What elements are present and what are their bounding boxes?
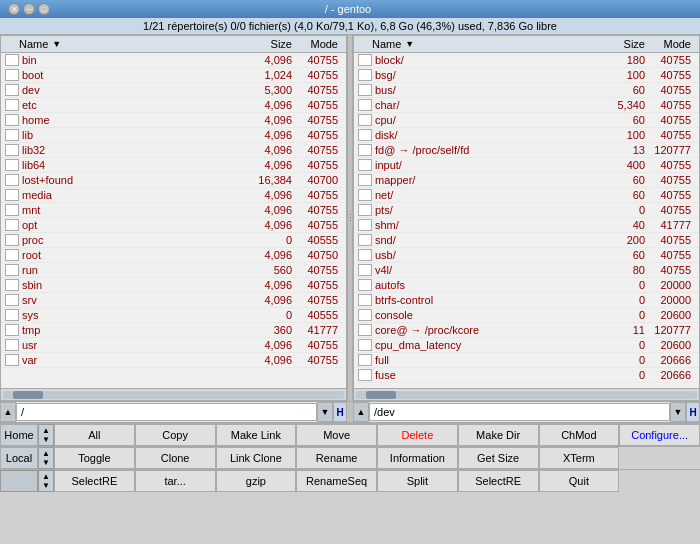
list-item[interactable]: pts/040755: [354, 203, 699, 218]
file-checkbox[interactable]: [358, 279, 372, 291]
list-item[interactable]: boot1,02440755: [1, 68, 346, 83]
list-item[interactable]: autofs020000: [354, 278, 699, 293]
file-checkbox[interactable]: [5, 309, 19, 321]
list-item[interactable]: input/40040755: [354, 158, 699, 173]
rename-button[interactable]: Rename: [296, 447, 377, 469]
file-checkbox[interactable]: [358, 354, 372, 366]
split-button[interactable]: Split: [377, 470, 458, 492]
clone-button[interactable]: Clone: [135, 447, 216, 469]
list-item[interactable]: usb/6040755: [354, 248, 699, 263]
list-item[interactable]: bsg/10040755: [354, 68, 699, 83]
right-path-up-btn[interactable]: ▲: [353, 402, 369, 422]
list-item[interactable]: etc4,09640755: [1, 98, 346, 113]
right-path-down-btn[interactable]: ▼: [670, 402, 686, 422]
file-checkbox[interactable]: [358, 159, 372, 171]
right-path-input[interactable]: [369, 403, 670, 421]
file-checkbox[interactable]: [5, 69, 19, 81]
list-item[interactable]: char/5,34040755: [354, 98, 699, 113]
file-checkbox[interactable]: [358, 54, 372, 66]
right-path-h-btn[interactable]: H: [686, 402, 700, 422]
list-item[interactable]: lib324,09640755: [1, 143, 346, 158]
list-item[interactable]: fuse020666: [354, 368, 699, 383]
left-path-h-btn[interactable]: H: [333, 402, 347, 422]
list-item[interactable]: mapper/6040755: [354, 173, 699, 188]
make-link-button[interactable]: Make Link: [216, 424, 297, 446]
list-item[interactable]: bus/6040755: [354, 83, 699, 98]
local-button[interactable]: Local: [0, 447, 38, 469]
left-path-down-btn[interactable]: ▼: [317, 402, 333, 422]
file-checkbox[interactable]: [358, 174, 372, 186]
file-checkbox[interactable]: [358, 219, 372, 231]
select-re2-button[interactable]: SelectRE: [458, 470, 539, 492]
file-checkbox[interactable]: [5, 129, 19, 141]
list-item[interactable]: media4,09640755: [1, 188, 346, 203]
list-item[interactable]: disk/10040755: [354, 128, 699, 143]
file-checkbox[interactable]: [358, 129, 372, 141]
list-item[interactable]: usr4,09640755: [1, 338, 346, 353]
list-item[interactable]: sbin4,09640755: [1, 278, 346, 293]
file-checkbox[interactable]: [358, 84, 372, 96]
list-item[interactable]: run56040755: [1, 263, 346, 278]
delete-button[interactable]: Delete: [377, 424, 458, 446]
list-item[interactable]: bin4,09640755: [1, 53, 346, 68]
left-nav-arrows-1[interactable]: ▲▼: [38, 424, 54, 446]
list-item[interactable]: lost+found16,38440700: [1, 173, 346, 188]
tar-button[interactable]: tar...: [135, 470, 216, 492]
list-item[interactable]: net/6040755: [354, 188, 699, 203]
move-button[interactable]: Move: [296, 424, 377, 446]
file-checkbox[interactable]: [358, 324, 372, 336]
list-item[interactable]: block/18040755: [354, 53, 699, 68]
list-item[interactable]: shm/4041777: [354, 218, 699, 233]
file-checkbox[interactable]: [358, 309, 372, 321]
list-item[interactable]: proc040555: [1, 233, 346, 248]
file-checkbox[interactable]: [5, 324, 19, 336]
configure-button[interactable]: Configure...: [619, 424, 700, 446]
file-checkbox[interactable]: [358, 114, 372, 126]
left-path-input[interactable]: [16, 403, 317, 421]
left-col-sort-icon[interactable]: ▼: [52, 39, 61, 49]
quit-button[interactable]: Quit: [539, 470, 620, 492]
file-checkbox[interactable]: [5, 279, 19, 291]
list-item[interactable]: root4,09640750: [1, 248, 346, 263]
information-button[interactable]: Information: [377, 447, 458, 469]
make-dir-button[interactable]: Make Dir: [458, 424, 539, 446]
list-item[interactable]: cpu/6040755: [354, 113, 699, 128]
list-item[interactable]: console020600: [354, 308, 699, 323]
list-item[interactable]: snd/20040755: [354, 233, 699, 248]
home-button[interactable]: Home: [0, 424, 38, 446]
list-item[interactable]: lib644,09640755: [1, 158, 346, 173]
file-checkbox[interactable]: [5, 84, 19, 96]
list-item[interactable]: full020666: [354, 353, 699, 368]
left-scrollbar-h[interactable]: [1, 388, 346, 400]
list-item[interactable]: btrfs-control020000: [354, 293, 699, 308]
copy-button[interactable]: Copy: [135, 424, 216, 446]
left-path-up-btn[interactable]: ▲: [0, 402, 16, 422]
file-checkbox[interactable]: [5, 354, 19, 366]
xterm-button[interactable]: XTerm: [539, 447, 620, 469]
list-item[interactable]: var4,09640755: [1, 353, 346, 368]
file-checkbox[interactable]: [5, 219, 19, 231]
list-item[interactable]: tmp36041777: [1, 323, 346, 338]
rename-seq-button[interactable]: RenameSeq: [296, 470, 377, 492]
list-item[interactable]: core@ → /proc/kcore11120777: [354, 323, 699, 338]
gzip-button[interactable]: gzip: [216, 470, 297, 492]
maximize-button[interactable]: □: [38, 3, 50, 15]
file-checkbox[interactable]: [358, 69, 372, 81]
list-item[interactable]: dev5,30040755: [1, 83, 346, 98]
file-checkbox[interactable]: [5, 264, 19, 276]
minimize-button[interactable]: ─: [23, 3, 35, 15]
list-item[interactable]: lib4,09640755: [1, 128, 346, 143]
all-button[interactable]: All: [54, 424, 135, 446]
list-item[interactable]: home4,09640755: [1, 113, 346, 128]
select-re-button[interactable]: SelectRE: [54, 470, 135, 492]
file-checkbox[interactable]: [358, 144, 372, 156]
file-checkbox[interactable]: [358, 369, 372, 381]
file-checkbox[interactable]: [5, 174, 19, 186]
file-checkbox[interactable]: [5, 189, 19, 201]
file-checkbox[interactable]: [358, 234, 372, 246]
left-nav-arrows-2[interactable]: ▲▼: [38, 447, 54, 469]
file-checkbox[interactable]: [5, 234, 19, 246]
file-checkbox[interactable]: [5, 54, 19, 66]
file-checkbox[interactable]: [358, 204, 372, 216]
list-item[interactable]: srv4,09640755: [1, 293, 346, 308]
